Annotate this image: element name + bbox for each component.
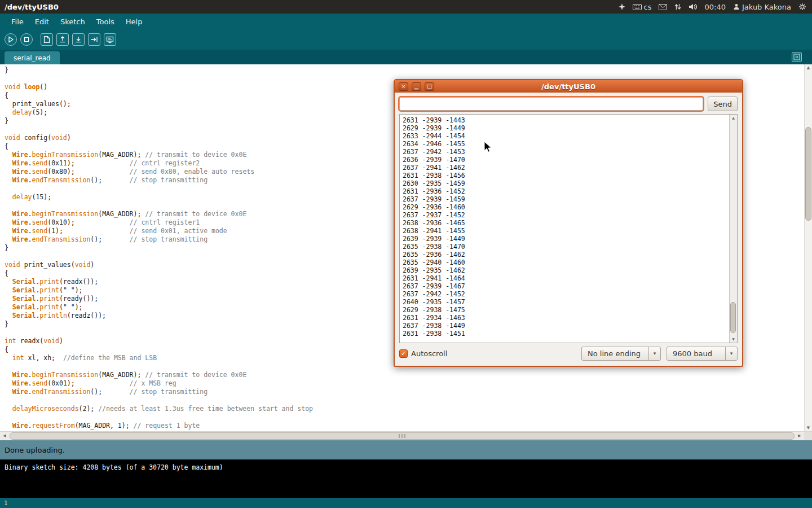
save-sketch-button[interactable] (72, 33, 85, 46)
editor-horizontal-scrollbar[interactable]: ◀ ▶ (0, 431, 812, 440)
open-sketch-button[interactable] (56, 33, 69, 46)
autoscroll-label: Autoscroll (411, 349, 447, 358)
username-label: Jakub Kakona (742, 3, 791, 11)
user-menu[interactable]: Jakub Kakona (733, 3, 791, 11)
serial-line: 2637 -2937 -1452 (403, 211, 726, 219)
send-button[interactable]: Send (708, 97, 738, 111)
serial-output[interactable]: 2631 -2939 -14432629 -2939 -14492633 -29… (400, 115, 729, 343)
window-buttons: × ▁ □ (395, 82, 434, 91)
tab-serial-read[interactable]: serial_read (5, 51, 60, 64)
menu-sketch[interactable]: Sketch (55, 15, 91, 28)
autoscroll-checkbox[interactable]: ✓ (399, 349, 408, 358)
menu-help[interactable]: Help (120, 15, 148, 28)
baud-rate-select[interactable]: 9600 baud ▾ (667, 347, 738, 361)
code-line: } (5, 66, 804, 75)
serial-line: 2640 -2935 -1457 (403, 298, 726, 306)
serial-line: 2637 -2939 -1467 (403, 282, 726, 290)
minimize-button[interactable]: ▁ (412, 82, 421, 91)
system-tray: cs 00:40 Jakub Kakona (619, 3, 812, 11)
close-button[interactable]: × (399, 82, 408, 91)
serial-line: 2637 -2939 -1459 (403, 195, 726, 203)
upload-icon (90, 36, 98, 43)
new-sketch-button[interactable] (41, 33, 53, 46)
scroll-left-icon[interactable]: ◀ (0, 432, 9, 440)
stop-icon (24, 37, 29, 42)
vertical-scrollbar-thumb[interactable] (805, 127, 811, 221)
tab-strip: serial_read (0, 50, 812, 64)
network-arrows-icon[interactable] (674, 3, 681, 10)
serial-line: 2635 -2940 -1460 (403, 259, 726, 266)
console-message: Binary sketch size: 4208 bytes (of a 307… (5, 463, 807, 471)
console-output: Binary sketch size: 4208 bytes (of a 307… (0, 459, 812, 498)
serial-line: 2631 -2934 -1463 (403, 314, 726, 322)
session-gear-icon[interactable] (798, 3, 806, 11)
scroll-down-icon[interactable]: ▼ (805, 424, 812, 431)
serial-scrollbar[interactable]: ▲ ▼ (729, 115, 737, 343)
stop-button[interactable] (20, 33, 33, 46)
horizontal-scrollbar-thumb[interactable] (10, 432, 795, 440)
toolbar (0, 29, 812, 50)
line-ending-value: No line ending (582, 347, 648, 360)
serial-output-panel: 2631 -2939 -14432629 -2939 -14492633 -29… (399, 114, 738, 343)
serial-scrollbar-thumb[interactable] (730, 302, 736, 333)
clock[interactable]: 00:40 (704, 3, 725, 11)
line-ending-select[interactable]: No line ending ▾ (581, 347, 661, 361)
menu-bar: FileEditSketchToolsHelp (0, 14, 812, 29)
status-bar: Done uploading. (0, 440, 812, 459)
menu-tools[interactable]: Tools (91, 15, 120, 28)
serial-line: 2629 -2938 -1475 (403, 306, 726, 314)
volume-icon[interactable] (689, 3, 697, 10)
scroll-down-icon[interactable]: ▼ (730, 336, 737, 343)
serial-monitor-title: /dev/ttyUSB0 (395, 82, 742, 91)
serial-monitor-titlebar[interactable]: × ▁ □ /dev/ttyUSB0 (395, 80, 742, 93)
play-icon (7, 36, 14, 43)
serial-line: 2638 -2936 -1465 (403, 219, 726, 227)
upload-button[interactable] (88, 33, 100, 46)
serial-line: 2639 -2935 -1462 (403, 266, 726, 274)
code-line: Wire.send(0x01); // x MSB reg (5, 379, 804, 388)
status-message: Done uploading. (5, 446, 65, 454)
serial-line: 2635 -2936 -1462 (403, 251, 726, 259)
screen: { "panel": { "window_title": "/dev/ttyUS… (0, 0, 812, 508)
serial-bottom-bar: ✓ Autoscroll No line ending ▾ 9600 baud … (399, 346, 738, 361)
scroll-up-icon[interactable]: ▲ (805, 64, 812, 71)
code-line: Wire.beginTransmission(MAG_ADDR); // tra… (5, 371, 804, 379)
maximize-icon: □ (427, 84, 432, 89)
serial-monitor-button[interactable] (104, 33, 116, 46)
line-indicator-bar: 1 (0, 498, 812, 508)
user-icon (733, 3, 740, 10)
new-icon (43, 36, 50, 43)
code-line: delayMicroseconds(2); //needs at least 1… (5, 405, 804, 413)
active-window-title: /dev/ttyUSB0 (0, 3, 59, 11)
serial-line: 2629 -2939 -1449 (403, 124, 726, 132)
serial-line: 2637 -2938 -1449 (403, 322, 726, 330)
mouse-cursor (484, 141, 492, 152)
serial-line: 2637 -2941 -1462 (403, 164, 726, 172)
tab-menu-button[interactable] (792, 52, 802, 62)
save-icon (75, 36, 82, 43)
serial-send-input[interactable] (399, 97, 703, 111)
code-line (5, 396, 804, 405)
close-icon: × (401, 84, 406, 89)
serial-line: 2637 -2942 -1453 (403, 148, 726, 156)
open-icon (59, 36, 66, 43)
keyboard-layout-indicator[interactable]: cs (633, 3, 652, 11)
tab-menu-icon (793, 52, 800, 63)
scrollbar-grip (399, 434, 406, 438)
serial-line: 2638 -2941 -1455 (403, 227, 726, 235)
verify-button[interactable] (5, 33, 17, 46)
scroll-up-icon[interactable]: ▲ (730, 115, 737, 121)
mail-icon[interactable] (659, 4, 667, 10)
line-number: 1 (4, 500, 8, 507)
code-line (5, 413, 804, 422)
maximize-button[interactable]: □ (425, 82, 434, 91)
indicator-icon[interactable] (619, 3, 625, 10)
serial-line: 2637 -2942 -1452 (403, 290, 726, 298)
serial-line: 2629 -2936 -1460 (403, 203, 726, 211)
scroll-right-icon[interactable]: ▶ (795, 432, 804, 440)
editor-vertical-scrollbar[interactable]: ▲ ▼ (804, 64, 812, 431)
serial-line: 2634 -2946 -1455 (403, 140, 726, 148)
menu-edit[interactable]: Edit (29, 15, 55, 28)
menu-file[interactable]: File (6, 15, 29, 28)
keyboard-icon (633, 4, 642, 10)
